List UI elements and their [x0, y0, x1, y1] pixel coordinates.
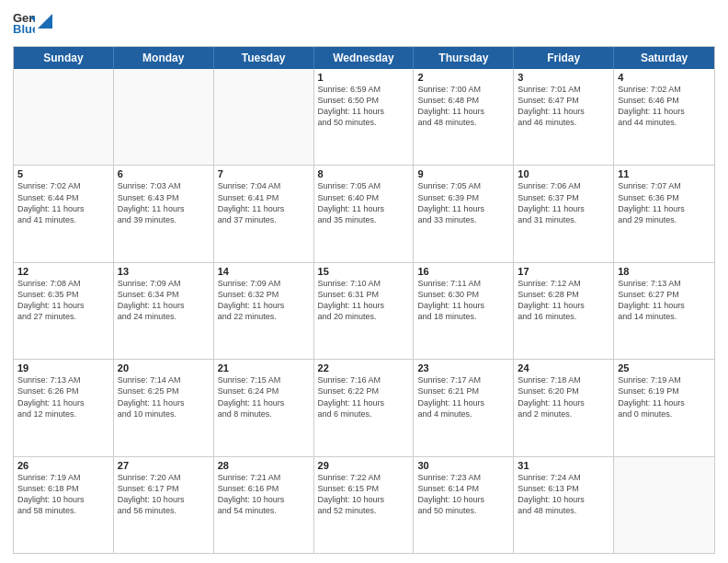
day-cell: 6Sunrise: 7:03 AM Sunset: 6:43 PM Daylig…: [114, 166, 214, 261]
day-number: 26: [17, 460, 109, 471]
day-cell: 1Sunrise: 6:59 AM Sunset: 6:50 PM Daylig…: [314, 69, 415, 165]
day-number: 28: [218, 460, 310, 471]
svg-text:Blue: Blue: [13, 22, 35, 35]
day-cell: 19Sunrise: 7:13 AM Sunset: 6:26 PM Dayli…: [14, 360, 114, 455]
day-info: Sunrise: 7:17 AM Sunset: 6:21 PM Dayligh…: [417, 374, 509, 419]
day-info: Sunrise: 7:13 AM Sunset: 6:26 PM Dayligh…: [17, 374, 109, 419]
day-cell: 31Sunrise: 7:24 AM Sunset: 6:13 PM Dayli…: [514, 457, 614, 553]
day-cell: 8Sunrise: 7:05 AM Sunset: 6:40 PM Daylig…: [314, 166, 415, 261]
day-info: Sunrise: 7:02 AM Sunset: 6:44 PM Dayligh…: [17, 180, 109, 225]
day-info: Sunrise: 7:07 AM Sunset: 6:36 PM Dayligh…: [618, 180, 711, 225]
day-info: Sunrise: 7:03 AM Sunset: 6:43 PM Dayligh…: [118, 180, 210, 225]
day-info: Sunrise: 7:16 AM Sunset: 6:22 PM Dayligh…: [318, 374, 410, 419]
weeks: 1Sunrise: 6:59 AM Sunset: 6:50 PM Daylig…: [14, 69, 714, 553]
day-header: Wednesday: [314, 47, 415, 69]
day-info: Sunrise: 7:18 AM Sunset: 6:20 PM Dayligh…: [518, 374, 609, 419]
day-info: Sunrise: 7:10 AM Sunset: 6:31 PM Dayligh…: [318, 278, 410, 323]
day-number: 23: [417, 362, 509, 373]
week-row: 26Sunrise: 7:19 AM Sunset: 6:18 PM Dayli…: [14, 457, 714, 553]
day-cell: 28Sunrise: 7:21 AM Sunset: 6:16 PM Dayli…: [214, 457, 314, 553]
day-cell: 14Sunrise: 7:09 AM Sunset: 6:32 PM Dayli…: [214, 263, 314, 359]
day-cell: [114, 69, 214, 165]
week-row: 19Sunrise: 7:13 AM Sunset: 6:26 PM Dayli…: [14, 360, 714, 456]
day-number: 17: [518, 266, 609, 277]
day-cell: 30Sunrise: 7:23 AM Sunset: 6:14 PM Dayli…: [414, 457, 514, 553]
day-cell: 9Sunrise: 7:05 AM Sunset: 6:39 PM Daylig…: [414, 166, 514, 261]
day-info: Sunrise: 7:19 AM Sunset: 6:19 PM Dayligh…: [618, 374, 711, 419]
day-number: 25: [618, 362, 711, 373]
day-number: 29: [318, 460, 410, 471]
day-cell: 2Sunrise: 7:00 AM Sunset: 6:48 PM Daylig…: [414, 69, 514, 165]
day-number: 31: [518, 460, 609, 471]
day-cell: 13Sunrise: 7:09 AM Sunset: 6:34 PM Dayli…: [114, 263, 214, 359]
day-info: Sunrise: 7:05 AM Sunset: 6:39 PM Dayligh…: [417, 180, 509, 225]
day-cell: [14, 69, 114, 165]
day-number: 30: [417, 460, 509, 471]
day-number: 21: [218, 362, 310, 373]
day-cell: 3Sunrise: 7:01 AM Sunset: 6:47 PM Daylig…: [514, 69, 614, 165]
day-cell: 15Sunrise: 7:10 AM Sunset: 6:31 PM Dayli…: [314, 263, 415, 359]
day-cell: [614, 457, 714, 553]
day-cell: 7Sunrise: 7:04 AM Sunset: 6:41 PM Daylig…: [214, 166, 314, 261]
day-info: Sunrise: 7:04 AM Sunset: 6:41 PM Dayligh…: [218, 180, 310, 225]
day-cell: 10Sunrise: 7:06 AM Sunset: 6:37 PM Dayli…: [514, 166, 614, 261]
day-info: Sunrise: 7:14 AM Sunset: 6:25 PM Dayligh…: [118, 374, 210, 419]
day-cell: 4Sunrise: 7:02 AM Sunset: 6:46 PM Daylig…: [614, 69, 714, 165]
day-number: 5: [17, 168, 109, 179]
day-cell: 17Sunrise: 7:12 AM Sunset: 6:28 PM Dayli…: [514, 263, 614, 359]
day-number: 15: [318, 266, 410, 277]
day-number: 22: [318, 362, 410, 373]
day-cell: 22Sunrise: 7:16 AM Sunset: 6:22 PM Dayli…: [314, 360, 415, 455]
day-info: Sunrise: 7:19 AM Sunset: 6:18 PM Dayligh…: [17, 472, 109, 517]
day-cell: [214, 69, 314, 165]
header: General Blue: [13, 9, 715, 39]
day-number: 12: [17, 266, 109, 277]
day-header: Saturday: [614, 47, 714, 69]
day-info: Sunrise: 7:15 AM Sunset: 6:24 PM Dayligh…: [218, 374, 310, 419]
day-header: Tuesday: [214, 47, 314, 69]
day-number: 14: [218, 266, 310, 277]
day-cell: 18Sunrise: 7:13 AM Sunset: 6:27 PM Dayli…: [614, 263, 714, 359]
day-number: 2: [417, 72, 509, 83]
day-info: Sunrise: 7:01 AM Sunset: 6:47 PM Dayligh…: [518, 84, 609, 129]
day-info: Sunrise: 7:22 AM Sunset: 6:15 PM Dayligh…: [318, 472, 410, 517]
day-cell: 25Sunrise: 7:19 AM Sunset: 6:19 PM Dayli…: [614, 360, 714, 455]
day-info: Sunrise: 7:24 AM Sunset: 6:13 PM Dayligh…: [518, 472, 609, 517]
day-cell: 26Sunrise: 7:19 AM Sunset: 6:18 PM Dayli…: [14, 457, 114, 553]
logo-icon: General Blue: [13, 9, 35, 35]
day-cell: 21Sunrise: 7:15 AM Sunset: 6:24 PM Dayli…: [214, 360, 314, 455]
svg-marker-3: [38, 14, 52, 29]
day-info: Sunrise: 7:02 AM Sunset: 6:46 PM Dayligh…: [618, 84, 711, 129]
day-headers: SundayMondayTuesdayWednesdayThursdayFrid…: [14, 47, 714, 69]
day-info: Sunrise: 7:23 AM Sunset: 6:14 PM Dayligh…: [417, 472, 509, 517]
day-cell: 16Sunrise: 7:11 AM Sunset: 6:30 PM Dayli…: [414, 263, 514, 359]
day-header: Friday: [514, 47, 614, 69]
week-row: 5Sunrise: 7:02 AM Sunset: 6:44 PM Daylig…: [14, 166, 714, 262]
day-number: 7: [218, 168, 310, 179]
calendar: SundayMondayTuesdayWednesdayThursdayFrid…: [13, 46, 715, 554]
day-info: Sunrise: 7:11 AM Sunset: 6:30 PM Dayligh…: [417, 278, 509, 323]
logo-triangle-icon: [38, 14, 52, 29]
day-number: 11: [618, 168, 711, 179]
day-number: 13: [118, 266, 210, 277]
day-cell: 20Sunrise: 7:14 AM Sunset: 6:25 PM Dayli…: [114, 360, 214, 455]
day-info: Sunrise: 7:12 AM Sunset: 6:28 PM Dayligh…: [518, 278, 609, 323]
day-cell: 27Sunrise: 7:20 AM Sunset: 6:17 PM Dayli…: [114, 457, 214, 553]
day-info: Sunrise: 7:09 AM Sunset: 6:32 PM Dayligh…: [218, 278, 310, 323]
day-number: 20: [118, 362, 210, 373]
day-number: 19: [17, 362, 109, 373]
day-number: 3: [518, 72, 609, 83]
day-info: Sunrise: 6:59 AM Sunset: 6:50 PM Dayligh…: [318, 84, 410, 129]
day-info: Sunrise: 7:13 AM Sunset: 6:27 PM Dayligh…: [618, 278, 711, 323]
day-cell: 24Sunrise: 7:18 AM Sunset: 6:20 PM Dayli…: [514, 360, 614, 455]
day-number: 6: [118, 168, 210, 179]
day-cell: 29Sunrise: 7:22 AM Sunset: 6:15 PM Dayli…: [314, 457, 415, 553]
page-container: General Blue SundayMondayTuesdayWednesda…: [0, 0, 728, 563]
day-number: 16: [417, 266, 509, 277]
day-number: 10: [518, 168, 609, 179]
day-info: Sunrise: 7:09 AM Sunset: 6:34 PM Dayligh…: [118, 278, 210, 323]
day-info: Sunrise: 7:00 AM Sunset: 6:48 PM Dayligh…: [417, 84, 509, 129]
day-header: Thursday: [414, 47, 514, 69]
day-info: Sunrise: 7:20 AM Sunset: 6:17 PM Dayligh…: [118, 472, 210, 517]
day-header: Monday: [114, 47, 214, 69]
